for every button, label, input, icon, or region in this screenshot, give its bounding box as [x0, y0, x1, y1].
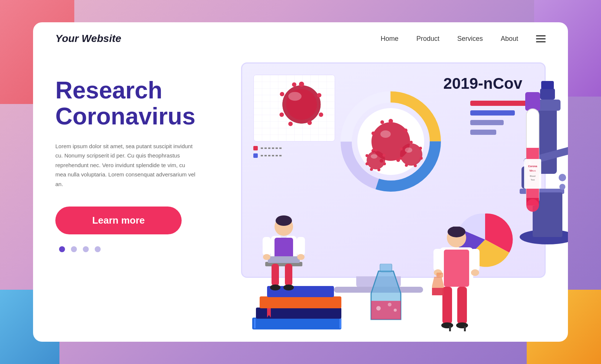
- svg-rect-112: [436, 273, 443, 277]
- svg-rect-114: [471, 249, 480, 271]
- svg-point-26: [380, 120, 384, 124]
- svg-point-56: [559, 184, 565, 190]
- navbar: Your Website Home Product Services About: [33, 22, 568, 55]
- svg-text:Test: Test: [530, 179, 535, 181]
- legend-line-2: [261, 155, 283, 156]
- svg-rect-107: [449, 326, 451, 331]
- svg-rect-102: [444, 250, 469, 287]
- svg-point-93: [270, 285, 280, 290]
- svg-point-98: [297, 254, 305, 260]
- legend-line-1: [261, 147, 283, 149]
- svg-point-35: [400, 147, 403, 150]
- svg-point-25: [371, 131, 375, 135]
- svg-rect-72: [380, 264, 392, 272]
- dot-1[interactable]: [59, 246, 65, 252]
- svg-rect-108: [464, 326, 466, 331]
- svg-point-30: [419, 147, 422, 150]
- svg-point-29: [410, 141, 413, 144]
- svg-point-34: [399, 157, 402, 160]
- carousel-dots: [59, 246, 204, 252]
- svg-point-42: [370, 168, 373, 171]
- svg-point-97: [263, 254, 270, 260]
- main-card: Your Website Home Product Services About…: [33, 22, 568, 342]
- svg-point-44: [366, 154, 368, 157]
- dot-4[interactable]: [95, 246, 101, 252]
- svg-point-94: [283, 285, 294, 290]
- svg-point-75: [388, 303, 392, 306]
- svg-rect-49: [541, 81, 554, 89]
- svg-marker-113: [432, 288, 444, 295]
- hero-title: Research Coronavirus: [55, 77, 204, 130]
- svg-point-40: [383, 162, 386, 165]
- svg-text:Corona: Corona: [528, 165, 537, 168]
- illustration-panel: 2019-nCov: [226, 55, 568, 342]
- svg-point-36: [405, 147, 412, 153]
- svg-point-4: [299, 82, 304, 87]
- svg-rect-95: [263, 237, 271, 256]
- svg-point-27: [380, 130, 391, 138]
- svg-rect-82: [260, 296, 341, 308]
- svg-point-100: [448, 227, 465, 237]
- svg-rect-77: [252, 318, 341, 329]
- legend-item-2: [253, 153, 283, 158]
- svg-rect-109: [433, 249, 442, 271]
- scientist-sitting: [260, 215, 308, 297]
- svg-rect-79: [340, 319, 341, 328]
- nav-services[interactable]: Services: [457, 35, 483, 43]
- brand-logo[interactable]: Your Website: [55, 33, 121, 45]
- svg-point-61: [526, 199, 539, 212]
- svg-rect-104: [457, 287, 467, 324]
- test-tube: Corona Virus Blood Test: [520, 92, 546, 226]
- nav-product[interactable]: Product: [416, 35, 439, 43]
- hamburger-menu[interactable]: [536, 35, 546, 42]
- svg-point-10: [280, 92, 284, 96]
- nav-home[interactable]: Home: [381, 35, 399, 43]
- svg-rect-92: [285, 264, 292, 286]
- svg-point-6: [319, 113, 323, 117]
- svg-point-55: [559, 174, 566, 181]
- hamburger-line-2: [536, 38, 546, 39]
- svg-rect-78: [254, 319, 256, 328]
- chart-legend: [253, 146, 283, 158]
- svg-rect-91: [272, 264, 279, 286]
- hamburger-line-1: [536, 35, 546, 36]
- dot-2[interactable]: [71, 246, 77, 252]
- svg-point-69: [528, 176, 530, 179]
- svg-point-74: [376, 306, 381, 311]
- dot-3[interactable]: [83, 246, 89, 252]
- svg-point-67: [529, 161, 532, 164]
- svg-point-31: [420, 157, 423, 160]
- svg-point-8: [288, 122, 293, 126]
- svg-point-7: [308, 121, 312, 125]
- hamburger-line-3: [536, 41, 546, 42]
- svg-rect-57: [525, 92, 540, 111]
- svg-text:Blood: Blood: [530, 175, 535, 177]
- bar-fill-3: [470, 120, 504, 125]
- scientist-standing: [431, 227, 483, 334]
- svg-point-106: [456, 322, 468, 328]
- legend-red: [253, 146, 258, 150]
- nav-links: Home Product Services About: [381, 35, 518, 43]
- learn-more-button[interactable]: Learn more: [55, 207, 182, 234]
- grid-chart: [253, 75, 335, 142]
- svg-point-38: [374, 149, 377, 152]
- legend-item-1: [253, 146, 283, 150]
- nav-about[interactable]: About: [501, 35, 518, 43]
- svg-rect-90: [268, 256, 300, 263]
- legend-blue: [253, 153, 258, 158]
- svg-point-9: [279, 113, 284, 117]
- svg-point-115: [471, 269, 479, 276]
- main-content: Research Coronavirus Lorem ipsum dolor s…: [33, 55, 568, 342]
- svg-point-39: [383, 154, 386, 157]
- svg-point-28: [400, 143, 422, 166]
- svg-point-5: [317, 93, 321, 97]
- svg-point-85: [276, 215, 292, 226]
- svg-point-43: [366, 162, 368, 165]
- svg-point-76: [394, 309, 397, 312]
- bar-fill-4: [470, 130, 496, 135]
- svg-point-19: [389, 119, 393, 123]
- svg-rect-62: [524, 159, 541, 189]
- flask: [364, 264, 408, 331]
- svg-point-68: [533, 168, 536, 172]
- svg-rect-96: [297, 237, 305, 256]
